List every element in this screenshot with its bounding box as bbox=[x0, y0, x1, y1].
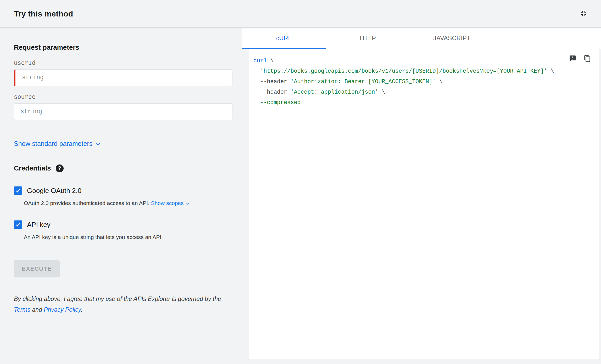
api-key-credential-row[interactable]: API key bbox=[14, 220, 232, 229]
code-token bbox=[253, 99, 260, 106]
field-userId: userId bbox=[14, 60, 232, 86]
code-token bbox=[253, 68, 260, 74]
chevron-down-icon bbox=[96, 140, 100, 147]
show-scopes-link[interactable]: Show scopes bbox=[151, 200, 190, 206]
fullscreen-exit-icon bbox=[579, 9, 588, 19]
disclaimer-text: By clicking above, I agree that my use o… bbox=[14, 294, 232, 315]
code-sample-panel: cURL HTTP JAVASCRIPT bbox=[242, 28, 601, 364]
code-token: 'Accept: application/json' bbox=[291, 89, 378, 95]
field-source: source bbox=[14, 94, 232, 120]
terms-link[interactable]: Terms bbox=[14, 306, 30, 313]
code-token: \ bbox=[378, 89, 385, 95]
code-token: 'https://books.googleapis.com/books/v1/u… bbox=[260, 68, 547, 74]
api-key-label[interactable]: API key bbox=[27, 221, 51, 229]
code-line: --header 'Authorization: Bearer [YOUR_AC… bbox=[253, 76, 592, 87]
field-label-source: source bbox=[14, 94, 232, 101]
privacy-policy-link[interactable]: Privacy Policy bbox=[44, 306, 81, 313]
execute-button[interactable]: EXECUTE bbox=[14, 260, 60, 277]
feedback-icon bbox=[569, 55, 576, 63]
tab-curl[interactable]: cURL bbox=[242, 28, 326, 49]
tab-http[interactable]: HTTP bbox=[326, 28, 410, 49]
disclaimer-part1: By clicking above, I agree that my use o… bbox=[14, 295, 221, 302]
panel-body: Request parameters userId source Show st… bbox=[0, 28, 601, 364]
userId-input[interactable] bbox=[14, 69, 232, 86]
panel-title: Try this method bbox=[14, 9, 73, 18]
show-standard-parameters-link[interactable]: Show standard parameters bbox=[14, 140, 100, 147]
oauth-checkbox[interactable] bbox=[14, 186, 22, 195]
collapse-button[interactable] bbox=[577, 8, 590, 20]
code-actions bbox=[568, 54, 592, 63]
code-block: curl \ 'https://books.googleapis.com/boo… bbox=[253, 55, 592, 108]
source-input[interactable] bbox=[14, 103, 232, 120]
request-parameters-panel: Request parameters userId source Show st… bbox=[0, 28, 242, 364]
code-token: --compressed bbox=[260, 99, 301, 106]
oauth-credential-row[interactable]: Google OAuth 2.0 bbox=[14, 186, 232, 195]
oauth-description-text: OAuth 2.0 provides authenticated access … bbox=[24, 200, 151, 206]
code-line: 'https://books.googleapis.com/books/v1/u… bbox=[253, 66, 592, 76]
chevron-down-icon bbox=[186, 200, 190, 206]
code-token: \ bbox=[547, 68, 554, 74]
code-token: \ bbox=[267, 58, 274, 64]
code-language-tabs: cURL HTTP JAVASCRIPT bbox=[242, 28, 601, 49]
api-key-checkbox[interactable] bbox=[14, 220, 22, 229]
oauth-label[interactable]: Google OAuth 2.0 bbox=[27, 187, 81, 195]
help-icon[interactable]: ? bbox=[56, 164, 64, 172]
show-standard-parameters-label: Show standard parameters bbox=[14, 140, 92, 147]
code-token: 'Authorization: Bearer [YOUR_ACCESS_TOKE… bbox=[291, 78, 436, 85]
code-token: --header bbox=[253, 78, 291, 85]
feedback-button[interactable] bbox=[568, 54, 577, 63]
copy-button[interactable] bbox=[583, 54, 592, 63]
panel-header: Try this method bbox=[0, 0, 601, 28]
disclaimer-part2: and bbox=[30, 306, 44, 313]
code-token: \ bbox=[436, 78, 443, 85]
code-line: --header 'Accept: application/json' \ bbox=[253, 87, 592, 97]
api-key-description: An API key is a unique string that lets … bbox=[24, 234, 232, 240]
show-scopes-label: Show scopes bbox=[151, 200, 184, 206]
code-line: curl \ bbox=[253, 55, 592, 66]
copy-icon bbox=[584, 55, 591, 63]
code-card: curl \ 'https://books.googleapis.com/boo… bbox=[249, 49, 599, 359]
checkbox-checked-icon bbox=[15, 188, 21, 194]
code-token: --header bbox=[253, 89, 291, 95]
tab-javascript[interactable]: JAVASCRIPT bbox=[410, 28, 494, 49]
code-line: --compressed bbox=[253, 97, 592, 108]
disclaimer-part3: . bbox=[81, 306, 82, 313]
oauth-description: OAuth 2.0 provides authenticated access … bbox=[24, 200, 232, 206]
request-parameters-heading: Request parameters bbox=[14, 43, 232, 52]
credentials-heading: Credentials ? bbox=[14, 164, 232, 172]
credentials-heading-label: Credentials bbox=[14, 164, 51, 172]
code-token: curl bbox=[253, 58, 267, 64]
field-label-userId: userId bbox=[14, 60, 232, 67]
checkbox-checked-icon bbox=[15, 222, 21, 228]
